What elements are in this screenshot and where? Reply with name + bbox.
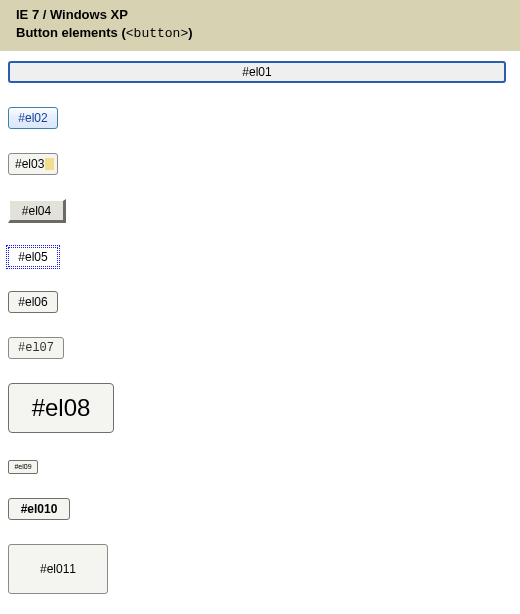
header-line2: Button elements (<button>)	[16, 24, 510, 43]
button-el02[interactable]: #el02	[8, 107, 58, 129]
button-el07[interactable]: #el07	[8, 337, 64, 359]
button-el01[interactable]: #el01	[8, 61, 506, 83]
header-line2-code: <button>	[126, 26, 188, 41]
button-el04[interactable]: #el04	[8, 199, 66, 223]
button-el08[interactable]: #el08	[8, 383, 114, 433]
demo-stage: #el01 #el02 #el03 #el04 #el05 #el06 #el0…	[0, 51, 520, 614]
button-el011[interactable]: #el011	[8, 544, 108, 594]
button-el09[interactable]: #el09	[8, 460, 38, 474]
button-el06[interactable]: #el06	[8, 291, 58, 313]
button-el03-wrap: #el03	[8, 153, 58, 175]
header-line1: IE 7 / Windows XP	[16, 6, 510, 24]
header-line2-prefix: Button elements (	[16, 25, 126, 40]
button-el010[interactable]: #el010	[8, 498, 70, 520]
header-bar: IE 7 / Windows XP Button elements (<butt…	[0, 0, 520, 51]
button-el03[interactable]: #el03	[8, 153, 58, 175]
button-el05[interactable]: #el05	[8, 247, 58, 267]
header-line2-suffix: )	[188, 25, 192, 40]
